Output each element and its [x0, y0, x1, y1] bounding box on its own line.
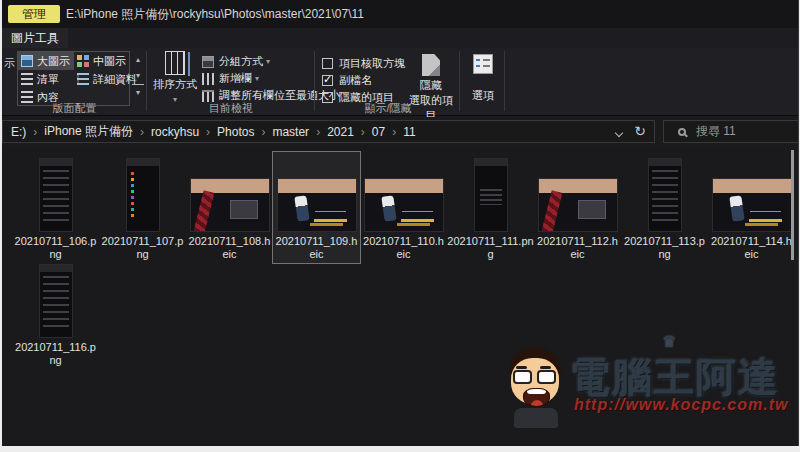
group-label-layout: 版面配置	[12, 101, 137, 116]
checkbox-checked-icon[interactable]: ✓	[322, 75, 333, 86]
file-name: 20210711_110.heic	[360, 235, 447, 261]
thumbnail-image	[538, 178, 618, 232]
breadcrumb-item[interactable]: master	[272, 125, 309, 139]
breadcrumb-item[interactable]: 2021	[327, 125, 354, 139]
scroll-down-icon[interactable]: ▾	[132, 68, 144, 84]
explorer-window: 管理 E:\iPhone 照片備份\rockyhsu\Photos\master…	[2, 0, 799, 446]
options-button[interactable]: 選項	[465, 54, 501, 103]
file-item[interactable]: 20210711_106.png	[12, 152, 99, 263]
file-list-area[interactable]: 20210711_106.png 20210711_107.png 202107…	[2, 146, 798, 446]
watermark: ♛ 電腦王阿達 http://www.kocpc.com.tw	[504, 344, 786, 430]
glasses-icon	[513, 370, 532, 384]
search-icon	[678, 128, 686, 136]
add-columns-label: 新增欄	[219, 71, 252, 86]
size-columns-icon	[202, 90, 214, 102]
file-item[interactable]: 20210711_110.heic	[360, 152, 447, 263]
checkbox-unchecked-icon[interactable]	[322, 58, 333, 69]
search-input[interactable]: 搜尋 11	[663, 120, 799, 143]
refresh-icon[interactable]: ↻	[634, 123, 646, 139]
file-item[interactable]: 20210711_108.heic	[186, 152, 273, 263]
breadcrumb-item[interactable]: iPhone 照片備份	[44, 123, 133, 140]
file-name: 20210711_112.heic	[534, 235, 621, 261]
gallery-scroll: ▴ ▾ ▾	[132, 52, 144, 100]
ribbon: 示 大圖示 中圖示 清單 詳細資料 內容 ▴	[2, 48, 798, 116]
item-checkboxes-toggle[interactable]: 項目核取方塊	[322, 56, 405, 70]
thumbnail-image	[126, 158, 160, 232]
thumbnail-image	[39, 264, 73, 338]
ribbon-divider	[459, 51, 460, 111]
dropdown-icon: ▾	[255, 74, 259, 83]
window-title: E:\iPhone 照片備份\rockyhsu\Photos\master\20…	[66, 0, 364, 28]
view-label: 清單	[37, 72, 59, 87]
file-item[interactable]: 20210711_113.png	[621, 152, 708, 263]
view-details[interactable]: 詳細資料	[74, 70, 140, 88]
file-item[interactable]: 20210711_116.png	[12, 258, 99, 369]
breadcrumb-separator: ›	[309, 125, 327, 139]
breadcrumb[interactable]: E:) › iPhone 照片備份 › rockyhsu › Photos › …	[2, 120, 655, 143]
view-label: 中圖示	[93, 54, 126, 69]
gallery-more-icon[interactable]: ▾	[132, 84, 144, 100]
file-item[interactable]: 20210711_114.heic	[708, 152, 795, 263]
check-icon: ✓	[323, 73, 332, 86]
thumbnail-image	[39, 158, 73, 232]
view-large-icons[interactable]: 大圖示	[18, 52, 74, 70]
medium-icons-icon	[77, 55, 89, 67]
hide-selected-label1: 隱藏	[420, 79, 442, 91]
layout-view-partial[interactable]: 示	[4, 56, 15, 71]
breadcrumb-item[interactable]: 11	[403, 125, 415, 139]
view-medium-icons[interactable]: 中圖示	[74, 52, 129, 70]
breadcrumb-separator: ›	[385, 125, 403, 139]
layout-views-gallery: 大圖示 中圖示 清單 詳細資料 內容	[17, 51, 130, 106]
chevron-down-icon[interactable]	[615, 129, 623, 137]
breadcrumb-separator: ›	[254, 125, 272, 139]
list-icon	[21, 73, 33, 85]
group-label-show-hide: 顯示/隱藏	[318, 101, 458, 116]
add-columns-button[interactable]: 新增欄 ▾	[202, 71, 259, 86]
watermark-url: http://www.kocpc.com.tw	[574, 396, 788, 414]
breadcrumb-item[interactable]: rockyhsu	[151, 125, 199, 139]
item-checkboxes-label: 項目核取方塊	[339, 56, 405, 71]
group-by-icon	[202, 56, 214, 68]
group-by-button[interactable]: 分組方式 ▾	[202, 54, 270, 69]
breadcrumb-separator: ›	[354, 125, 372, 139]
search-placeholder: 搜尋 11	[696, 123, 736, 140]
file-item[interactable]: 20210711_107.png	[99, 152, 186, 263]
sort-by-label: 排序方式	[153, 78, 197, 90]
group-by-label: 分組方式	[219, 54, 263, 69]
thumbnail-image	[474, 158, 508, 232]
breadcrumb-separator: ›	[133, 125, 151, 139]
group-label-current-view: 目前檢視	[152, 101, 310, 116]
breadcrumb-item[interactable]: E:)	[11, 125, 26, 139]
glasses-icon	[537, 370, 556, 384]
file-name: 20210711_116.png	[12, 341, 99, 367]
file-item-selected[interactable]: 20210711_109.heic	[273, 152, 360, 263]
file-extensions-toggle[interactable]: ✓ 副檔名	[322, 73, 372, 87]
hide-selected-icon	[422, 54, 440, 76]
sort-by-button[interactable]: 排序方式 ▾	[152, 51, 198, 104]
thumbnail-image	[712, 178, 792, 232]
tab-picture-tools[interactable]: 圖片工具	[2, 28, 68, 48]
title-bar: 管理 E:\iPhone 照片備份\rockyhsu\Photos\master…	[2, 0, 798, 28]
breadcrumb-item[interactable]: Photos	[217, 125, 254, 139]
scroll-up-icon[interactable]: ▴	[132, 52, 144, 68]
breadcrumb-separator: ›	[199, 125, 217, 139]
address-bar: E:) › iPhone 照片備份 › rockyhsu › Photos › …	[2, 117, 798, 146]
breadcrumb-item[interactable]: 07	[372, 125, 385, 139]
large-icons-icon	[21, 55, 33, 67]
ribbon-tab-row: 圖片工具	[2, 28, 798, 48]
add-columns-icon	[202, 73, 214, 85]
file-item[interactable]: 20210711_111.png	[447, 152, 534, 263]
file-name: 20210711_107.png	[99, 235, 186, 261]
file-item[interactable]: 20210711_112.heic	[534, 152, 621, 263]
file-name: 20210711_113.png	[621, 235, 708, 261]
crown-icon: ♛	[662, 332, 676, 351]
view-list[interactable]: 清單	[18, 70, 74, 88]
options-icon	[473, 54, 493, 74]
thumbnail-image	[364, 178, 444, 232]
manage-tab[interactable]: 管理	[8, 5, 60, 23]
ribbon-divider	[314, 51, 315, 111]
vertical-scrollbar[interactable]	[791, 150, 794, 260]
ribbon-divider	[146, 51, 147, 111]
thumbnail-image	[648, 158, 682, 232]
file-name: 20210711_111.png	[447, 235, 534, 261]
